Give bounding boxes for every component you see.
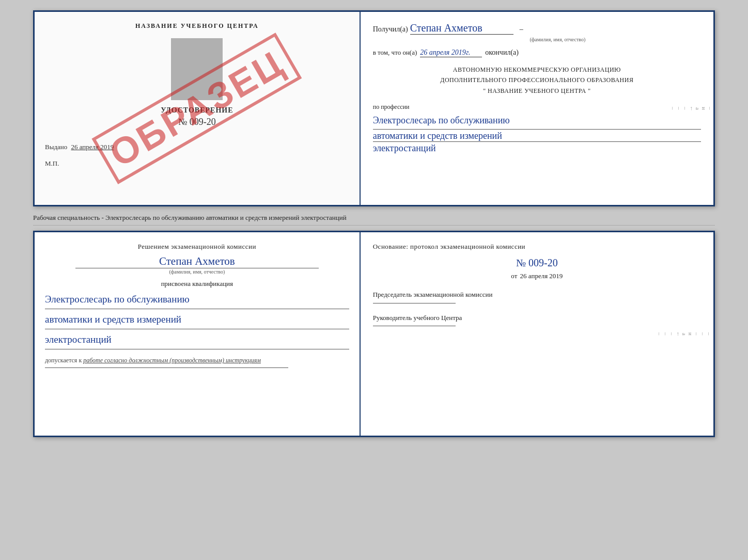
protocol-number: № 009-20 [373, 257, 701, 269]
issued-date-value: 26 апреля 2019 [71, 143, 114, 151]
dash-7: – [670, 107, 676, 110]
school-title-top: НАЗВАНИЕ УЧЕБНОГО ЦЕНТРА [45, 22, 349, 30]
diploma-bottom-right: Основание: протокол экзаменационной коми… [361, 232, 713, 436]
fio-label-top: (фамилия, имя, отчество) [414, 37, 701, 42]
side-decoration-right: – и а ← – – – [703, 12, 713, 205]
bdash-2: – [700, 332, 706, 335]
predsedatel-block: Председатель экзаменационной комиссии [373, 290, 701, 303]
org-line3: " НАЗВАНИЕ УЧЕБНОГО ЦЕНТРА " [483, 87, 590, 94]
bdash-9: – [657, 332, 663, 335]
ot-prefix: от [511, 272, 517, 280]
ot-date-value: 26 апреля 2019 [520, 272, 563, 280]
rukovoditel-label: Руководитель учебного Центра [373, 313, 701, 323]
komissia-title: Решением экзаменационной комиссии [45, 243, 349, 251]
diploma-top: НАЗВАНИЕ УЧЕБНОГО ЦЕНТРА УДОСТОВЕРЕНИЕ №… [33, 10, 715, 206]
rukovoditel-signature [373, 326, 456, 326]
cert-number: № 009-20 [45, 117, 349, 127]
dopusk-signature-line [45, 367, 288, 368]
bdash-1: – [706, 332, 712, 335]
mp-label: М.П. [45, 159, 349, 168]
issued-prefix: Выдано [45, 143, 67, 151]
profession-line1: Электрослесарь по обслуживанию [373, 112, 701, 129]
dash-5: – [682, 107, 689, 110]
ot-date: от 26 апреля 2019 [373, 272, 701, 280]
okonchil: окончил(а) [485, 49, 519, 57]
dash-6: – [676, 107, 682, 110]
dash-4: ← [689, 106, 695, 111]
vtom-line: в том, что он(а) 26 апреля 2019г. окончи… [373, 49, 701, 57]
dopusk-prefix: допускается к [45, 357, 82, 364]
org-line2: ДОПОЛНИТЕЛЬНОГО ПРОФЕССИОНАЛЬНОГО ОБРАЗО… [440, 76, 633, 84]
rukovoditel-block: Руководитель учебного Центра [373, 313, 701, 327]
received-prefix: Получил(а) [373, 25, 408, 34]
diploma-right-panel: Получил(а) Степан Ахметов – (фамилия, им… [361, 12, 713, 205]
dash-3: а [695, 107, 701, 110]
bdash-7: – [669, 332, 675, 335]
dash-2: и [701, 107, 707, 110]
qual-line2: автоматики и средств измерений [45, 310, 349, 329]
diploma-bottom: Решением экзаменационной комиссии Степан… [33, 231, 715, 437]
bdash-6: ← [675, 331, 681, 337]
profession-label: по профессии [373, 103, 701, 111]
vtom-prefix: в том, что он(а) [373, 49, 417, 57]
predsedatel-signature [373, 303, 456, 303]
bdash-3: – [694, 332, 700, 335]
diploma-bottom-left: Решением экзаменационной комиссии Степан… [35, 232, 361, 436]
osnov-title: Основание: протокол экзаменационной коми… [373, 243, 701, 251]
fio-label-bottom: (фамилия, имя, отчество) [45, 269, 349, 275]
photo-placeholder [171, 38, 223, 100]
document-container: НАЗВАНИЕ УЧЕБНОГО ЦЕНТРА УДОСТОВЕРЕНИЕ №… [33, 10, 715, 437]
cert-label: УДОСТОВЕРЕНИЕ [45, 106, 349, 115]
dopusk-italic: работе согласно должностным (производств… [83, 357, 261, 364]
person-name-bottom: Степан Ахметов [75, 255, 319, 268]
profession-line2: автоматики и средств измерений [373, 131, 701, 142]
vtom-date: 26 апреля 2019г. [420, 49, 482, 57]
bdash-8: – [663, 332, 669, 335]
received-name: Степан Ахметов [410, 22, 513, 35]
org-block: АВТОНОМНУЮ НЕКОММЕРЧЕСКУЮ ОРГАНИЗАЦИЮ ДО… [373, 65, 701, 96]
profession-line3: электростанций [373, 143, 701, 154]
specialty-text: Рабочая специальность - Электрослесарь п… [33, 211, 715, 226]
org-line1: АВТОНОМНУЮ НЕКОММЕРЧЕСКУЮ ОРГАНИЗАЦИЮ [453, 66, 621, 73]
side-decoration-bottom-right: – – – и а ← – – – [703, 232, 712, 436]
bdash-4: и [688, 332, 694, 335]
prisvoena-label: присвоена квалификация [45, 280, 349, 288]
predsedatel-label: Председатель экзаменационной комиссии [373, 290, 701, 300]
dash-1: – [707, 107, 713, 110]
qual-line3: электростанций [45, 330, 349, 349]
dopusk-line: допускается к работе согласно должностны… [45, 357, 349, 364]
diploma-left-panel: НАЗВАНИЕ УЧЕБНОГО ЦЕНТРА УДОСТОВЕРЕНИЕ №… [35, 12, 361, 205]
received-line: Получил(а) Степан Ахметов – [373, 22, 701, 35]
issued-date: Выдано 26 апреля 2019 [45, 143, 349, 151]
bdash-5: а [681, 333, 688, 335]
qual-line1: Электрослесарь по обслуживанию [45, 290, 349, 309]
